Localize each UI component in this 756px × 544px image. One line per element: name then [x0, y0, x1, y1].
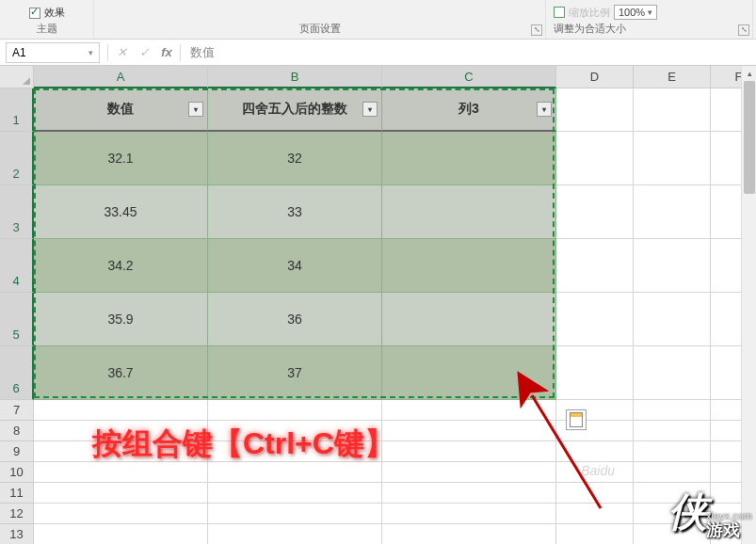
effects-option[interactable]: 效果	[29, 6, 65, 20]
cell[interactable]	[556, 441, 634, 462]
row-header[interactable]: 2	[0, 132, 34, 185]
cell[interactable]	[382, 346, 556, 400]
column-header[interactable]: D	[556, 66, 634, 88]
cell[interactable]: 36	[208, 293, 382, 346]
cell[interactable]	[634, 441, 711, 462]
confirm-icon[interactable]: ✓	[133, 42, 155, 63]
cell[interactable]: 35.9	[34, 293, 208, 346]
cell[interactable]	[382, 483, 556, 504]
table-header-label: 数值	[107, 101, 134, 118]
cell[interactable]: 32	[208, 132, 382, 185]
column-header[interactable]: C	[382, 66, 556, 88]
row-header[interactable]: 4	[0, 239, 34, 293]
table-header-label: 四舍五入后的整数	[242, 101, 347, 118]
column-header[interactable]: A	[34, 66, 208, 88]
cell[interactable]: 34.2	[34, 239, 208, 293]
cell[interactable]	[34, 504, 208, 524]
paste-options-button[interactable]	[566, 409, 587, 430]
cell[interactable]	[34, 483, 208, 504]
cell[interactable]	[634, 462, 711, 483]
cell[interactable]	[634, 239, 711, 293]
cell[interactable]: 列3▾	[382, 88, 556, 132]
cell[interactable]	[556, 293, 634, 346]
cell[interactable]	[382, 421, 556, 441]
cell[interactable]	[208, 483, 382, 504]
worksheet-area: ABCDEF 12345678910111213 数值▾四舍五入后的整数▾列3▾…	[0, 66, 756, 544]
cell[interactable]	[34, 400, 208, 421]
dialog-launcher-icon[interactable]: ⤡	[531, 24, 542, 36]
row-header[interactable]: 5	[0, 293, 34, 346]
cell[interactable]	[382, 504, 556, 524]
cell[interactable]	[382, 441, 556, 462]
row-header[interactable]: 11	[0, 483, 34, 504]
cell[interactable]	[556, 504, 634, 524]
cell[interactable]	[634, 88, 711, 132]
cancel-icon[interactable]: ✕	[110, 42, 133, 63]
cell[interactable]	[634, 346, 711, 400]
cell[interactable]	[34, 524, 208, 544]
cell[interactable]	[382, 400, 556, 421]
formula-input[interactable]	[183, 42, 756, 63]
cell[interactable]	[382, 524, 556, 544]
cell-grid[interactable]: 数值▾四舍五入后的整数▾列3▾32.13233.453334.23435.936…	[34, 88, 756, 544]
ribbon-group-theme: 效果 主题	[0, 0, 94, 39]
ribbon-group-pagesetup: 页面设置 ⤡	[94, 0, 546, 39]
cell[interactable]	[556, 346, 634, 400]
dialog-launcher-scale-icon[interactable]: ⤡	[738, 24, 749, 36]
row-header[interactable]: 1	[0, 88, 34, 132]
column-header[interactable]: E	[634, 66, 711, 88]
cell[interactable]	[34, 462, 208, 483]
row-header[interactable]: 9	[0, 441, 34, 462]
cell[interactable]: 32.1	[34, 132, 208, 185]
fx-icon[interactable]: fx	[155, 42, 178, 63]
cell[interactable]	[556, 483, 634, 504]
cell[interactable]	[382, 293, 556, 346]
cell[interactable]	[208, 400, 382, 421]
cell[interactable]	[634, 132, 711, 185]
cell[interactable]: 34	[208, 239, 382, 293]
cell[interactable]	[556, 185, 634, 239]
ribbon-group-pagesetup-label: 页面设置	[299, 22, 341, 36]
cell[interactable]	[556, 132, 634, 185]
name-box[interactable]: A1	[6, 42, 100, 63]
cell[interactable]	[556, 88, 634, 132]
cell[interactable]	[382, 462, 556, 483]
row-header[interactable]: 13	[0, 524, 34, 544]
cell[interactable]	[208, 524, 382, 544]
select-all-button[interactable]	[0, 66, 34, 88]
cell[interactable]	[634, 400, 711, 421]
row-header[interactable]: 7	[0, 400, 34, 421]
row-header[interactable]: 10	[0, 462, 34, 483]
row-header[interactable]: 6	[0, 346, 34, 400]
ribbon-group-theme-label: 主题	[37, 22, 57, 36]
cell[interactable]: 四舍五入后的整数▾	[208, 88, 382, 132]
filter-dropdown-icon[interactable]: ▾	[537, 102, 552, 117]
column-header[interactable]: B	[208, 66, 382, 88]
row-header[interactable]: 8	[0, 421, 34, 441]
cell[interactable]	[208, 504, 382, 524]
cell[interactable]	[556, 239, 634, 293]
cell[interactable]	[556, 524, 634, 544]
cell[interactable]	[634, 293, 711, 346]
scroll-thumb[interactable]	[744, 81, 755, 194]
cell[interactable]: 33.45	[34, 185, 208, 239]
filter-dropdown-icon[interactable]: ▾	[362, 102, 378, 117]
site-watermark: 侠 xiayx.com 游戏	[668, 486, 752, 538]
column-headers: ABCDEF	[34, 66, 756, 88]
cell[interactable]: 数值▾	[34, 88, 208, 132]
cell[interactable]: 37	[208, 346, 382, 400]
filter-dropdown-icon[interactable]: ▾	[188, 102, 203, 117]
cell[interactable]	[634, 185, 711, 239]
cell[interactable]	[382, 132, 556, 185]
row-header[interactable]: 12	[0, 504, 34, 524]
cell[interactable]: 36.7	[34, 346, 208, 400]
vertical-scrollbar[interactable]: ▴	[741, 66, 756, 544]
row-header[interactable]: 3	[0, 185, 34, 239]
scroll-up-icon[interactable]: ▴	[742, 66, 756, 81]
cell[interactable]	[382, 185, 556, 239]
cell[interactable]	[382, 239, 556, 293]
cell[interactable]	[208, 462, 382, 483]
cell[interactable]: 33	[208, 185, 382, 239]
zoom-dropdown[interactable]: 100%	[614, 5, 657, 20]
cell[interactable]	[634, 421, 711, 441]
